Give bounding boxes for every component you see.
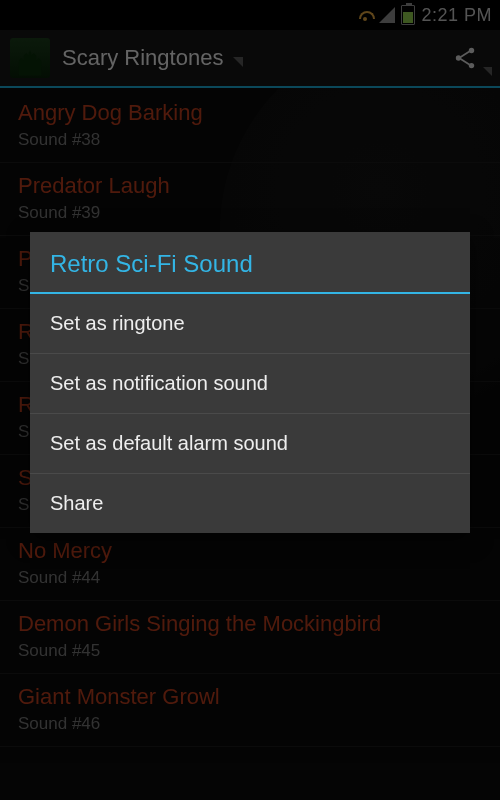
dialog-option-ringtone[interactable]: Set as ringtone: [30, 294, 470, 354]
dialog-option-share[interactable]: Share: [30, 474, 470, 533]
dialog-option-alarm[interactable]: Set as default alarm sound: [30, 414, 470, 474]
dialog-option-notification[interactable]: Set as notification sound: [30, 354, 470, 414]
context-dialog: Retro Sci-Fi Sound Set as ringtone Set a…: [30, 232, 470, 533]
dialog-title: Retro Sci-Fi Sound: [30, 232, 470, 292]
